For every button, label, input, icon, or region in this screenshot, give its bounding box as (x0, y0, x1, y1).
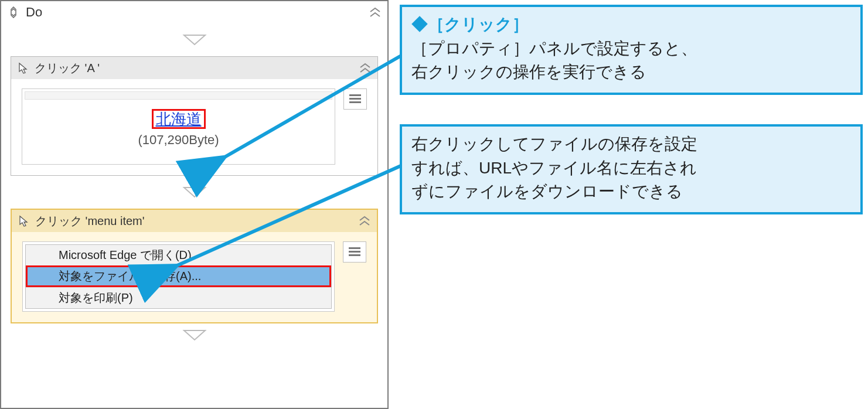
callout-line: 右クリックの操作を実行できる (411, 60, 851, 84)
svg-rect-4 (349, 98, 361, 100)
menu-item-save-target: 対象をファイルに保存(A)... (26, 265, 331, 287)
do-icon (7, 6, 20, 19)
callout-save-explanation: 右クリックしてファイルの保存を設定 すれば、URLやファイル名に左右され ずにフ… (400, 124, 863, 214)
context-menu: Microsoft Edge で開く(D) 対象をファイルに保存(A)... 対… (25, 244, 332, 309)
callout-line: ずにファイルをダウンロードできる (411, 180, 851, 204)
callout-line: 右クリックしてファイルの保存を設定 (411, 132, 851, 156)
collapse-icon[interactable] (369, 6, 382, 18)
connector-top[interactable] (1, 23, 387, 56)
click-activity-a-title: クリック 'A ' (35, 60, 100, 76)
target-link-text: 北海道 (156, 110, 202, 128)
menu-item-open-edge: Microsoft Edge で開く(D) (26, 245, 331, 265)
do-activity-header[interactable]: Do (1, 1, 387, 23)
svg-rect-3 (349, 94, 361, 96)
svg-rect-9 (349, 251, 360, 253)
selector-preview-link[interactable]: 北海道 (107,290Byte) (22, 88, 335, 165)
workflow-panel: Do クリック 'A ' (0, 0, 389, 409)
click-activity-menuitem[interactable]: クリック 'menu item' Microsoft Edge で開く(D) 対… (11, 209, 378, 323)
callout-line: ［プロパティ］パネルで設定すると、 (411, 37, 851, 61)
svg-rect-8 (349, 247, 360, 249)
cursor-icon (17, 62, 30, 74)
connector-middle[interactable] (1, 176, 387, 209)
click-activity-menuitem-title: クリック 'menu item' (35, 213, 145, 229)
svg-marker-6 (184, 188, 205, 197)
collapse-icon[interactable] (359, 62, 372, 74)
do-activity-title: Do (26, 5, 42, 20)
callout-heading-text: ［クリック］ (428, 15, 529, 33)
svg-rect-5 (349, 101, 361, 103)
svg-rect-10 (349, 254, 360, 256)
click-activity-a-header[interactable]: クリック 'A ' (11, 57, 377, 79)
callout-click-explanation: ◆［クリック］ ［プロパティ］パネルで設定すると、 右クリックの操作を実行できる (400, 5, 863, 95)
options-button[interactable] (343, 241, 366, 263)
callout-line: すれば、URLやファイル名に左右され (411, 156, 851, 180)
selector-preview-menu[interactable]: Microsoft Edge で開く(D) 対象をファイルに保存(A)... 対… (22, 241, 335, 312)
cursor-icon (18, 214, 30, 227)
svg-marker-7 (20, 216, 27, 226)
target-link-highlight: 北海道 (152, 109, 206, 129)
collapse-icon[interactable] (358, 215, 371, 227)
svg-marker-1 (184, 35, 205, 45)
menu-item-print-target: 対象を印刷(P) (26, 287, 331, 308)
click-activity-a[interactable]: クリック 'A ' 北海道 (107,290Byte) (11, 56, 378, 176)
diamond-marker: ◆ (411, 15, 428, 33)
file-size-text: (107,290Byte) (138, 132, 219, 148)
svg-marker-11 (184, 330, 205, 340)
click-activity-menuitem-header[interactable]: クリック 'menu item' (12, 210, 377, 232)
connector-bottom[interactable] (1, 323, 387, 347)
svg-marker-2 (19, 63, 26, 73)
options-button[interactable] (343, 88, 367, 110)
